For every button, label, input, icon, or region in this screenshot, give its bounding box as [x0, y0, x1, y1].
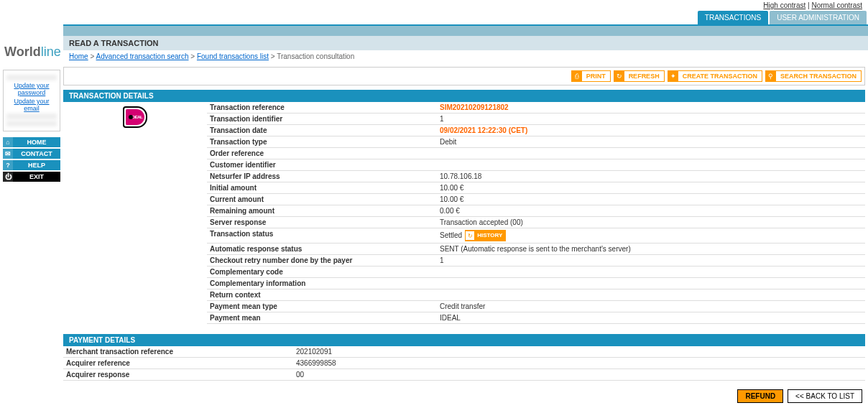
detail-row: Complementary information: [207, 278, 865, 289]
detail-label: Netsurfer IP address: [210, 172, 440, 180]
help-icon: ?: [3, 160, 13, 170]
detail-value: Settled↻HISTORY: [440, 230, 862, 241]
detail-row: Merchant transaction reference202102091: [63, 346, 865, 358]
breadcrumb: Home > Advanced transaction search > Fou…: [63, 50, 868, 62]
breadcrumb-found[interactable]: Found transactions list: [197, 52, 269, 60]
detail-row: Acquirer response00: [63, 369, 865, 381]
detail-value: 0.00 €: [440, 207, 862, 215]
detail-value: SIM20210209121802: [440, 103, 862, 111]
section-payment-details: PAYMENT DETAILS: [63, 334, 865, 346]
detail-label: Payment mean: [210, 314, 440, 322]
refresh-icon: ↻: [614, 71, 624, 81]
detail-value: 202102091: [296, 348, 862, 356]
detail-value: [440, 149, 862, 157]
detail-value: 1: [440, 256, 862, 264]
print-icon: ⎙: [572, 71, 582, 81]
detail-value: 4366999858: [296, 359, 862, 367]
history-icon: ↻: [466, 231, 474, 240]
detail-value: 1: [440, 115, 862, 123]
detail-label: Acquirer response: [66, 371, 296, 379]
detail-label: Current amount: [210, 195, 440, 203]
detail-value: [440, 268, 862, 276]
history-button[interactable]: ↻HISTORY: [465, 230, 506, 241]
detail-value: Credit transfer: [440, 302, 862, 310]
search-icon: ⚲: [766, 71, 776, 81]
detail-row: Complementary code: [207, 266, 865, 278]
detail-value: 09/02/2021 12:22:30 (CET): [440, 126, 862, 134]
breadcrumb-home[interactable]: Home: [69, 52, 88, 60]
detail-value: [440, 279, 862, 287]
detail-label: Server response: [210, 218, 440, 226]
detail-label: Transaction reference: [210, 103, 440, 111]
nav-help[interactable]: ?HELP: [3, 160, 60, 170]
logo: Worldline: [0, 42, 63, 62]
normal-contrast-link[interactable]: Normal contrast: [811, 1, 862, 9]
detail-label: Transaction status: [210, 230, 440, 241]
home-icon: ⌂: [3, 137, 13, 147]
detail-label: Initial amount: [210, 184, 440, 192]
detail-value: [440, 291, 862, 299]
detail-label: Remaining amount: [210, 207, 440, 215]
detail-label: Merchant transaction reference: [66, 348, 296, 356]
update-email-link[interactable]: Update your email: [6, 98, 57, 112]
detail-value: 00: [296, 371, 862, 379]
ideal-logo-icon: DEAL: [123, 106, 147, 128]
detail-row: Server responseTransaction accepted (00): [207, 217, 865, 228]
detail-value: 10.00 €: [440, 184, 862, 192]
print-button[interactable]: ⎙ PRINT: [571, 70, 611, 82]
breadcrumb-search[interactable]: Advanced transaction search: [96, 52, 189, 60]
detail-label: Transaction type: [210, 138, 440, 146]
tab-user-admin[interactable]: USER ADMINISTRATION: [770, 11, 867, 24]
nav-contact[interactable]: ✉CONTACT: [3, 149, 60, 159]
detail-row: Transaction referenceSIM20210209121802: [207, 102, 865, 113]
detail-label: Transaction identifier: [210, 115, 440, 123]
detail-label: Customer identifier: [210, 161, 440, 169]
high-contrast-link[interactable]: High contrast: [763, 1, 805, 9]
detail-label: Checkout retry number done by the payer: [210, 256, 440, 264]
plus-icon: ✦: [668, 71, 678, 81]
detail-row: Netsurfer IP address10.78.106.18: [207, 171, 865, 182]
detail-row: Acquirer reference4366999858: [63, 358, 865, 369]
section-transaction-details: TRANSACTION DETAILS: [63, 90, 865, 102]
detail-label: Complementary information: [210, 279, 440, 287]
detail-row: Payment meanIDEAL: [207, 312, 865, 324]
detail-row: Checkout retry number done by the payer1: [207, 255, 865, 266]
detail-label: Complementary code: [210, 268, 440, 276]
user-info-box: Update your password Update your email: [3, 70, 60, 131]
detail-value: Transaction accepted (00): [440, 218, 862, 226]
detail-row: Transaction statusSettled↻HISTORY: [207, 228, 865, 244]
detail-row: Remaining amount0.00 €: [207, 205, 865, 217]
detail-label: Acquirer reference: [66, 359, 296, 367]
nav-exit[interactable]: ⏻EXIT: [3, 172, 60, 182]
detail-label: Order reference: [210, 149, 440, 157]
tab-transactions[interactable]: TRANSACTIONS: [698, 11, 768, 24]
detail-row: Payment mean typeCredit transfer: [207, 301, 865, 312]
detail-value: 10.78.106.18: [440, 172, 862, 180]
refund-button[interactable]: REFUND: [737, 389, 783, 403]
breadcrumb-current: Transaction consultation: [277, 52, 354, 60]
search-transaction-button[interactable]: ⚲ SEARCH TRANSACTION: [765, 70, 862, 82]
detail-value: [440, 161, 862, 169]
create-transaction-button[interactable]: ✦ CREATE TRANSACTION: [668, 70, 762, 82]
detail-value: Debit: [440, 138, 862, 146]
detail-row: Current amount10.00 €: [207, 194, 865, 205]
detail-row: Order reference: [207, 148, 865, 159]
detail-row: Transaction date09/02/2021 12:22:30 (CET…: [207, 125, 865, 136]
header-bar: [63, 24, 868, 36]
detail-label: Automatic response status: [210, 245, 440, 253]
detail-row: Automatic response statusSENT (Automatic…: [207, 244, 865, 255]
exit-icon: ⏻: [3, 172, 13, 182]
update-password-link[interactable]: Update your password: [6, 82, 57, 96]
detail-row: Initial amount10.00 €: [207, 182, 865, 194]
back-to-list-button[interactable]: << BACK TO LIST: [788, 389, 862, 403]
detail-row: Return context: [207, 289, 865, 301]
detail-row: Transaction typeDebit: [207, 136, 865, 148]
detail-value: IDEAL: [440, 314, 862, 322]
detail-row: Customer identifier: [207, 159, 865, 171]
contact-icon: ✉: [3, 149, 13, 159]
page-title: READ A TRANSACTION: [63, 36, 868, 50]
refresh-button[interactable]: ↻ REFRESH: [614, 70, 665, 82]
detail-row: Transaction identifier1: [207, 113, 865, 125]
nav-home[interactable]: ⌂HOME: [3, 137, 60, 147]
detail-label: Return context: [210, 291, 440, 299]
